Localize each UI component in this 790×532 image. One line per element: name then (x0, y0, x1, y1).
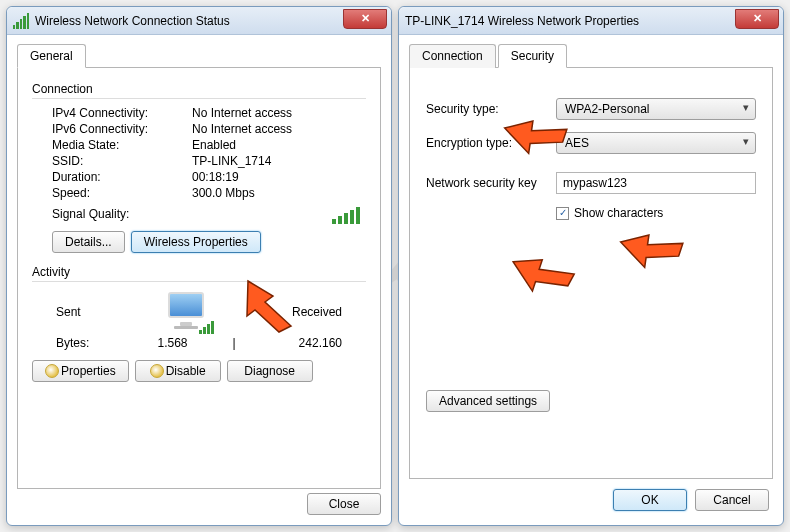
close-icon[interactable]: ✕ (735, 9, 779, 29)
media-value: Enabled (192, 138, 366, 152)
tab-connection[interactable]: Connection (409, 44, 496, 68)
cog-icon (45, 364, 59, 378)
security-type-label: Security type: (426, 102, 556, 116)
properties-window: TP-LINK_1714 Wireless Network Properties… (398, 6, 784, 526)
titlebar: Wireless Network Connection Status ✕ (7, 7, 391, 35)
advanced-settings-button[interactable]: Advanced settings (426, 390, 550, 412)
signal-label: Signal Quality: (52, 207, 192, 224)
bytes-label: Bytes: (56, 336, 126, 350)
close-button[interactable]: Close (307, 493, 381, 515)
network-key-input[interactable] (556, 172, 756, 194)
ipv4-value: No Internet access (192, 106, 366, 120)
media-label: Media State: (52, 138, 192, 152)
duration-label: Duration: (52, 170, 192, 184)
sent-label: Sent (56, 305, 81, 319)
received-label: Received (292, 305, 342, 319)
speed-value: 300.0 Mbps (192, 186, 366, 200)
show-characters-checkbox[interactable]: ✓ (556, 207, 569, 220)
duration-value: 00:18:19 (192, 170, 366, 184)
encryption-type-combo[interactable]: AES (556, 132, 756, 154)
status-window: Wireless Network Connection Status ✕ Gen… (6, 6, 392, 526)
ok-button[interactable]: OK (613, 489, 687, 511)
window-title: TP-LINK_1714 Wireless Network Properties (405, 14, 639, 28)
disable-button[interactable]: Disable (135, 360, 221, 382)
ipv6-label: IPv6 Connectivity: (52, 122, 192, 136)
signal-bars-icon (332, 207, 360, 224)
bytes-recv-value: 242.160 (249, 336, 342, 350)
titlebar: TP-LINK_1714 Wireless Network Properties… (399, 7, 783, 35)
close-icon[interactable]: ✕ (343, 9, 387, 29)
group-connection: Connection (32, 82, 366, 96)
ipv6-value: No Internet access (192, 122, 366, 136)
show-characters-label: Show characters (574, 206, 663, 220)
window-title: Wireless Network Connection Status (35, 14, 230, 28)
disable-icon (150, 364, 164, 378)
speed-label: Speed: (52, 186, 192, 200)
activity-monitor-icon (162, 292, 210, 332)
encryption-type-label: Encryption type: (426, 136, 556, 150)
cancel-button[interactable]: Cancel (695, 489, 769, 511)
diagnose-button[interactable]: Diagnose (227, 360, 313, 382)
group-activity: Activity (32, 265, 366, 279)
network-key-label: Network security key (426, 176, 556, 190)
ssid-value: TP-LINK_1714 (192, 154, 366, 168)
wifi-signal-icon (13, 13, 29, 29)
annotation-arrow-icon (506, 226, 590, 310)
details-button[interactable]: Details... (52, 231, 125, 253)
security-type-combo[interactable]: WPA2-Personal (556, 98, 756, 120)
ipv4-label: IPv4 Connectivity: (52, 106, 192, 120)
tab-security[interactable]: Security (498, 44, 567, 68)
ssid-label: SSID: (52, 154, 192, 168)
properties-button[interactable]: Properties (32, 360, 129, 382)
bytes-sent-value: 1.568 (126, 336, 219, 350)
wireless-properties-button[interactable]: Wireless Properties (131, 231, 261, 253)
tab-general[interactable]: General (17, 44, 86, 68)
